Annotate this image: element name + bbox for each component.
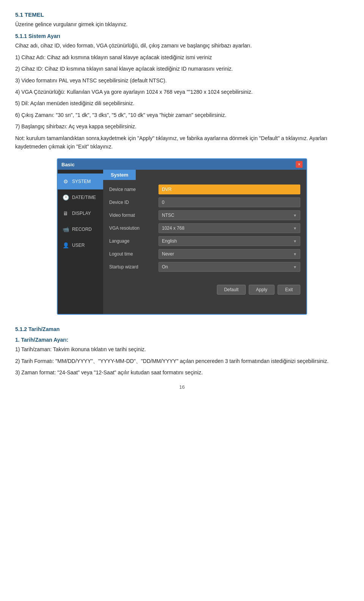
section-511: 5.1.1 Sistem Ayarı Cihaz adı, cihaz ID, …: [15, 33, 349, 151]
label-device-name: Device name: [109, 187, 158, 192]
apply-button[interactable]: Apply: [249, 285, 275, 295]
value-vga-resolution: 1024 x 768: [162, 226, 184, 231]
sidebar-item-display[interactable]: 🖥 DISPLAY: [58, 205, 103, 221]
section-511-item-5: 5) Dil: Açılan menüden istediğiniz dili …: [15, 99, 349, 107]
section-51-heading: 5.1 TEMEL: [15, 11, 349, 18]
label-vga-resolution: VGA resolution: [109, 226, 158, 231]
form-row-language: Language English ▼: [109, 236, 300, 246]
dvr-body: ⚙ SYSTEM 🕐 DATE/TIME 🖥 DISPLAY 📹 RECORD …: [58, 170, 306, 314]
form-row-vga-resolution: VGA resolution 1024 x 768 ▼: [109, 223, 300, 233]
section-512-item-2: 2) Tarih Formatı: "MM/DD/YYYY"、"YYYY-MM-…: [15, 357, 349, 365]
dvr-tab-system[interactable]: System: [103, 170, 136, 180]
sidebar-item-system[interactable]: ⚙ SYSTEM: [58, 174, 103, 189]
value-language: English: [162, 238, 177, 244]
user-icon: 👤: [61, 241, 70, 249]
label-logout-time: Logout time: [109, 251, 158, 257]
select-startup-wizard[interactable]: On ▼: [158, 262, 300, 272]
exit-button[interactable]: Exit: [278, 285, 300, 295]
sidebar-label-display: DISPLAY: [72, 211, 91, 216]
section-511-item-4: 4) VGA Çözünürlüğü: Kullanılan VGA ya go…: [15, 88, 349, 96]
dvr-sidebar: ⚙ SYSTEM 🕐 DATE/TIME 🖥 DISPLAY 📹 RECORD …: [58, 170, 103, 314]
section-512-item-3: 3) Zaman format: "24-Saat" veya "12-Saat…: [15, 368, 349, 377]
label-device-id: Device ID: [109, 200, 158, 205]
section-511-note: Not: kurulum tamamlandıktan sonra,kaydet…: [15, 134, 349, 151]
datetime-icon: 🕐: [61, 193, 70, 202]
chevron-down-icon: ▼: [293, 239, 297, 243]
section-512-heading: 5.1.2 Tarih/Zaman: [15, 326, 349, 332]
dvr-content: System Device name DVR Device ID 0: [103, 170, 306, 314]
section-51: 5.1 TEMEL Üzerine gelince vurgulanır gir…: [15, 11, 349, 151]
value-device-id: 0: [162, 200, 165, 205]
section-511-item-3: 3) Video formatını PAL veya NTSC seçebil…: [15, 76, 349, 85]
dvr-title: Basic: [61, 162, 75, 167]
chevron-down-icon: ▼: [293, 213, 297, 218]
select-video-format[interactable]: NTSC ▼: [158, 210, 300, 220]
sidebar-item-record[interactable]: 📹 RECORD: [58, 221, 103, 237]
sidebar-item-datetime[interactable]: 🕐 DATE/TIME: [58, 189, 103, 205]
value-video-format: NTSC: [162, 213, 174, 218]
label-startup-wizard: Startup wizard: [109, 264, 158, 270]
chevron-down-icon: ▼: [293, 265, 297, 269]
sidebar-label-datetime: DATE/TIME: [72, 195, 96, 200]
default-button[interactable]: Default: [217, 285, 246, 295]
select-vga-resolution[interactable]: 1024 x 768 ▼: [158, 223, 300, 233]
sidebar-label-user: USER: [72, 243, 85, 248]
form-row-device-id: Device ID 0: [109, 197, 300, 207]
input-device-name[interactable]: DVR: [158, 185, 300, 194]
section-511-item-6: 6) Çıkış Zamanı: "30 sn", "1 dk", "3 dks…: [15, 111, 349, 119]
chevron-down-icon: ▼: [293, 252, 297, 256]
system-icon: ⚙: [61, 177, 70, 186]
section-512: 5.1.2 Tarih/Zaman 1. Tarih/Zaman Ayarı: …: [15, 326, 349, 377]
sidebar-label-record: RECORD: [72, 227, 92, 232]
label-video-format: Video format: [109, 213, 158, 218]
section-511-item-2: 2) Cihaz ID: Cihaz ID kısmına tıklayın s…: [15, 65, 349, 73]
sidebar-label-system: SYSTEM: [72, 179, 91, 184]
display-icon: 🖥: [61, 209, 70, 218]
section-511-item-7: 7) Başlangıç sihirbazı: Aç veya kappa se…: [15, 122, 349, 131]
dvr-close-button[interactable]: ×: [296, 161, 303, 168]
value-startup-wizard: On: [162, 264, 168, 270]
form-row-video-format: Video format NTSC ▼: [109, 210, 300, 220]
section-511-heading: 5.1.1 Sistem Ayarı: [15, 33, 349, 39]
label-language: Language: [109, 238, 158, 244]
value-logout-time: Never: [162, 251, 174, 257]
section-511-item-1: 1) Cihaz Adı: Cihaz adı kısmına tıklayın…: [15, 53, 349, 62]
select-logout-time[interactable]: Never ▼: [158, 249, 300, 259]
value-device-name: DVR: [162, 187, 171, 192]
section-512-subheading: 1. Tarih/Zaman Ayarı:: [15, 337, 349, 343]
section-51-intro: Üzerine gelince vurgulanır girmek için t…: [15, 20, 349, 28]
dvr-form: Device name DVR Device ID 0 Video format: [103, 180, 306, 279]
select-language[interactable]: English ▼: [158, 236, 300, 246]
chevron-down-icon: ▼: [293, 226, 297, 230]
section-511-desc: Cihaz adı, cihaz ID, video formatı, VGA …: [15, 41, 349, 50]
sidebar-item-user[interactable]: 👤 USER: [58, 237, 103, 253]
form-row-device-name: Device name DVR: [109, 185, 300, 194]
dvr-buttons: Default Apply Exit: [103, 281, 306, 298]
dvr-titlebar: Basic ×: [58, 159, 306, 170]
record-icon: 📹: [61, 225, 70, 233]
form-row-logout-time: Logout time Never ▼: [109, 249, 300, 259]
dvr-window: Basic × ⚙ SYSTEM 🕐 DATE/TIME 🖥 DISPLAY 📹…: [57, 158, 307, 315]
input-device-id[interactable]: 0: [158, 197, 300, 207]
page-number: 16: [15, 384, 349, 390]
form-row-startup-wizard: Startup wizard On ▼: [109, 262, 300, 272]
section-512-item-1: 1) Tarih/zaman: Takvim ikonuna tıklatın …: [15, 345, 349, 353]
